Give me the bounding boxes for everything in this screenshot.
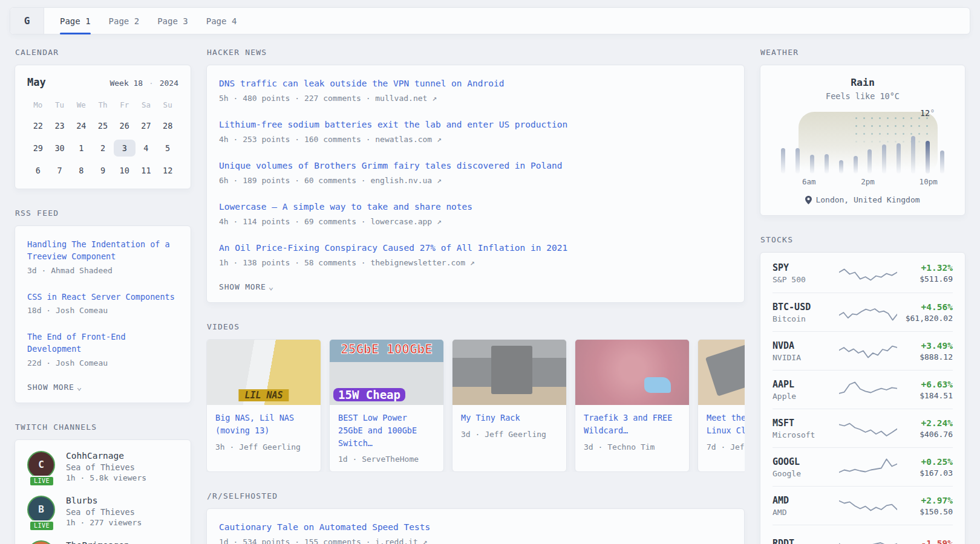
stock-row[interactable]: AMDAMD+2.97%$150.50 (773, 486, 953, 525)
hackernews-item-title[interactable]: Unique volumes of Brothers Grimm fairy t… (219, 160, 732, 173)
video-title[interactable]: Traefik 3 and FREE Wildcard… (584, 412, 681, 437)
sparkline-chart (839, 418, 897, 439)
stock-values: +2.24%$406.76 (897, 418, 953, 439)
weather-bar-slot (834, 111, 848, 173)
weather-bar-slot (892, 111, 906, 173)
twitch-channel-row[interactable]: BLIVEBlurbsSea of Thieves1h · 277 viewer… (27, 496, 178, 527)
rss-item-title[interactable]: The End of Front-End Development (27, 331, 178, 355)
hackernews-show-more-button[interactable]: SHOW MORE⌄ (219, 282, 732, 291)
calendar-day: 7 (49, 162, 71, 179)
weather-bar-slot (877, 111, 892, 173)
stock-sparkline (839, 340, 897, 362)
video-thumbnail[interactable]: FAS (698, 340, 745, 405)
stock-sparkline (839, 534, 897, 544)
twitch-channel-name: Blurbs (66, 496, 142, 505)
stock-values: +6.63%$184.51 (897, 380, 953, 400)
video-title[interactable]: My Tiny Rack (461, 412, 558, 424)
weather-widget: Rain Feels like 10°C 12° 6am 2pm 10pm Lo… (760, 65, 965, 216)
twitch-channel-row[interactable]: PThePrimeagen (27, 540, 178, 544)
twitch-channel-meta: 1h · 5.8k viewers (66, 473, 146, 482)
hackernews-item-meta: 4h · 114 points · 69 comments · lowercas… (219, 216, 732, 227)
stock-values: +2.97%$150.50 (897, 496, 953, 516)
stock-row[interactable]: SPYS&P 500+1.32%$511.69 (773, 254, 953, 293)
middle-column: HACKER NEWS DNS traffic can leak outside… (206, 48, 745, 544)
stock-identity: NVDANVIDIA (773, 340, 839, 362)
stock-row[interactable]: GOOGLGoogle+0.25%$167.03 (773, 447, 953, 486)
video-meta: 1d · ServeTheHome (338, 455, 435, 464)
thumbnail-caption: 25GbE 100GbE (330, 342, 443, 357)
calendar-day: 22 (27, 117, 49, 134)
videos-carousel: LIL NASBig NAS, Lil NAS (moving 13)3h · … (206, 339, 745, 473)
hackernews-section: HACKER NEWS DNS traffic can leak outside… (206, 48, 745, 303)
hackernews-item-title[interactable]: An Oil Price-Fixing Conspiracy Caused 27… (219, 242, 732, 255)
app-logo[interactable]: G (10, 8, 44, 34)
tab-page-4[interactable]: Page 4 (206, 8, 237, 34)
video-card[interactable]: My Tiny Rack3d · Jeff Geerling (452, 339, 567, 473)
stock-company-name: S&P 500 (773, 275, 839, 284)
stock-sparkline (839, 495, 897, 517)
rss-item-title[interactable]: Handling The Indentation of a Treeview C… (27, 238, 178, 263)
video-thumbnail[interactable]: 25GbE 100GbE15W Cheap (330, 340, 443, 405)
stock-row[interactable]: MSFTMicrosoft+2.24%$406.76 (773, 409, 953, 447)
hackernews-item-meta: 5h · 480 points · 227 comments · mullvad… (219, 93, 732, 104)
video-title[interactable]: Meet the Linux Clu (707, 412, 745, 437)
rss-item-meta: 3d · Ahmad Shadeed (27, 265, 178, 276)
stock-row[interactable]: NVDANVIDIA+3.49%$888.12 (773, 331, 953, 370)
stocks-widget: SPYS&P 500+1.32%$511.69BTC-USDBitcoin+4.… (760, 252, 965, 544)
reddit-item-meta: 1d · 534 points · 155 comments · i.redd.… (219, 537, 732, 544)
twitch-avatar-wrap: CLIVE (27, 451, 56, 482)
calendar-day: 27 (136, 117, 157, 134)
hackernews-item-title[interactable]: Lowercase – A simple way to take and sha… (219, 201, 732, 214)
chevron-down-icon: ⌄ (77, 382, 82, 392)
videos-section: VIDEOS LIL NASBig NAS, Lil NAS (moving 1… (206, 322, 745, 473)
weather-temp-bar (825, 154, 829, 173)
rss-item-title[interactable]: CSS in React Server Components (27, 291, 178, 303)
weather-bar-slot (935, 111, 949, 173)
stock-identity: SPYS&P 500 (773, 262, 839, 284)
video-thumbnail[interactable] (575, 340, 689, 405)
top-navigation: G Page 1 Page 2 Page 3 Page 4 (10, 7, 970, 34)
tab-page-3[interactable]: Page 3 (157, 8, 188, 34)
video-thumbnail[interactable] (452, 340, 566, 405)
hackernews-item-title[interactable]: Lithium-free sodium batteries exit the l… (219, 118, 732, 132)
video-title[interactable]: BEST Low Power 25GbE and 100GbE Switch… (338, 412, 435, 450)
calendar-day: 28 (157, 117, 178, 134)
stock-row[interactable]: BTC-USDBitcoin+4.56%$61,820.02 (773, 293, 953, 331)
stock-row[interactable]: RDDT-1.59% (773, 525, 953, 544)
stock-change-percent: +3.49% (897, 341, 953, 351)
twitch-channel-name: ThePrimeagen (66, 540, 129, 544)
tab-page-2[interactable]: Page 2 (109, 8, 140, 34)
stock-change-percent: -1.59% (897, 539, 953, 544)
weather-bar-slot (848, 111, 863, 173)
reddit-widget: Cautionary Tale on Automated Speed Tests… (206, 508, 745, 544)
video-card[interactable]: Traefik 3 and FREE Wildcard…3d · Techno … (575, 339, 690, 473)
video-card[interactable]: FASMeet the Linux Clu7d · Jeff Geerling (697, 339, 745, 473)
weather-bar-slot (863, 111, 877, 173)
video-title[interactable]: Big NAS, Lil NAS (moving 13) (215, 412, 312, 437)
reddit-item-title[interactable]: Cautionary Tale on Automated Speed Tests (219, 521, 732, 534)
hackernews-item: An Oil Price-Fixing Conspiracy Caused 27… (219, 242, 732, 268)
calendar-day: 26 (114, 117, 136, 134)
twitch-channel-info: CohhCarnageSea of Thieves1h · 5.8k viewe… (66, 451, 146, 482)
hackernews-item-title[interactable]: DNS traffic can leak outside the VPN tun… (219, 77, 732, 91)
page-tabs: Page 1 Page 2 Page 3 Page 4 (44, 8, 237, 34)
twitch-channel-row[interactable]: CLIVECohhCarnageSea of Thieves1h · 5.8k … (27, 451, 178, 482)
stock-symbol: AMD (773, 495, 839, 506)
video-thumbnail[interactable]: LIL NAS (207, 340, 321, 405)
weather-bar-slot (906, 111, 920, 173)
video-card[interactable]: 25GbE 100GbE15W CheapBEST Low Power 25Gb… (329, 339, 444, 473)
calendar-day: 9 (92, 162, 114, 179)
stock-company-name: Google (773, 469, 839, 478)
calendar-day: 12 (157, 162, 178, 179)
stock-symbol: RDDT (773, 538, 839, 544)
rss-show-more-button[interactable]: SHOW MORE⌄ (27, 382, 178, 392)
video-card[interactable]: LIL NASBig NAS, Lil NAS (moving 13)3h · … (206, 339, 321, 473)
weather-bar-slot (776, 111, 791, 173)
stock-row[interactable]: AAPLApple+6.63%$184.51 (773, 370, 953, 409)
weather-temp-bar (839, 160, 843, 173)
rss-item-meta: 18d · Josh Comeau (27, 305, 178, 316)
stock-identity: MSFTMicrosoft (773, 418, 839, 439)
tab-page-1[interactable]: Page 1 (60, 8, 91, 34)
calendar-section-header: CALENDAR (15, 48, 191, 57)
calendar-day: 23 (49, 117, 71, 134)
